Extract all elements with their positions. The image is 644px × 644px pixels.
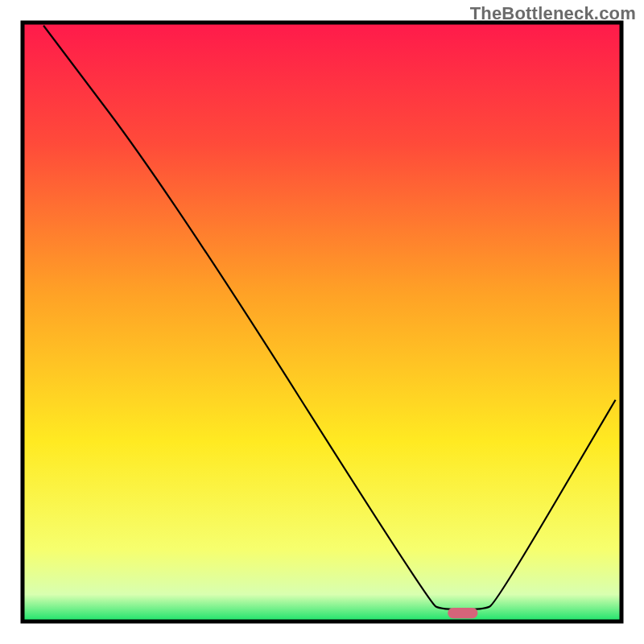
plot-background — [23, 23, 621, 621]
watermark-label: TheBottleneck.com — [470, 3, 636, 24]
chart-container: TheBottleneck.com — [0, 0, 644, 644]
optimal-marker — [448, 608, 477, 618]
chart-svg — [0, 0, 644, 644]
